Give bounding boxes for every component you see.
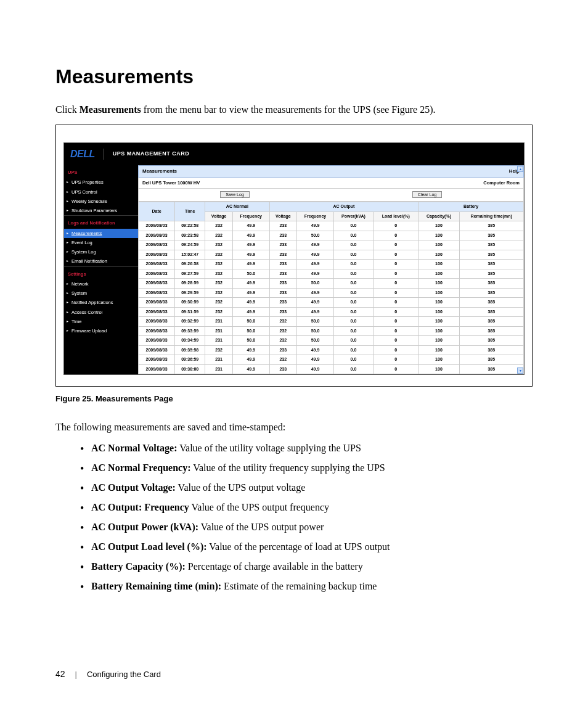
table-cell: 0.0 [333, 250, 373, 260]
figure-caption: Figure 25. Measurements Page [55, 393, 533, 405]
sidebar-item[interactable]: Measurements [64, 229, 138, 238]
list-item: Battery Remaining time (min): Estimate o… [80, 579, 533, 594]
table-cell: 2009/08/03 [139, 317, 175, 327]
table-cell: 233 [269, 269, 297, 279]
table-row: 2009/08/0309:26:5823249.923349.90.001003… [139, 260, 524, 269]
sidebar-item[interactable]: System [64, 289, 138, 298]
list-item: AC Output: Frequency Value of the UPS ou… [80, 500, 533, 515]
table-cell: 0.0 [333, 298, 373, 308]
table-cell: 100 [419, 269, 459, 279]
list-item: Battery Capacity (%): Percentage of char… [80, 559, 533, 574]
table-cell: 233 [269, 288, 297, 298]
sidebar-item[interactable]: Weekly Schedule [64, 197, 138, 206]
followup-paragraph: The following measurements are saved and… [55, 420, 533, 435]
table-cell: 0.0 [333, 240, 373, 250]
panel-title: Measurements [142, 168, 177, 175]
sidebar-item[interactable]: Shutdown Parameters [64, 206, 138, 215]
clear-log-button[interactable]: Clear Log [412, 191, 442, 198]
table-cell: 50.0 [297, 317, 334, 327]
sidebar-item[interactable]: Notified Applications [64, 298, 138, 307]
table-cell: 0.0 [333, 345, 373, 355]
table-cell: 49.9 [297, 345, 334, 355]
table-cell: 49.9 [232, 345, 269, 355]
table-cell: 2009/08/03 [139, 260, 175, 269]
table-row: 2009/08/0309:32:5923150.023250.00.001003… [139, 317, 524, 327]
table-cell: 49.9 [297, 288, 334, 298]
sidebar-item[interactable]: Event Log [64, 238, 138, 247]
table-cell: 49.9 [297, 307, 334, 317]
table-cell: 232 [205, 307, 233, 317]
bullet-desc: Value of the UPS output frequency [189, 502, 329, 512]
table-cell: 100 [419, 279, 459, 289]
table-cell: 2009/08/03 [139, 355, 175, 365]
app-shell: DELL UPS MANAGEMENT CARD UPSUPS Properti… [63, 142, 525, 375]
table-row: 2009/08/0309:29:5923249.923349.90.001003… [139, 288, 524, 298]
table-cell: 09:22:58 [175, 221, 205, 231]
table-cell: 231 [205, 336, 233, 346]
table-cell: 0.0 [333, 279, 373, 289]
table-cell: 09:36:59 [175, 355, 205, 365]
table-cell: 100 [419, 240, 459, 250]
sidebar-item[interactable]: System Log [64, 247, 138, 257]
table-cell: 50.0 [232, 326, 269, 336]
figure-screenshot: DELL UPS MANAGEMENT CARD UPSUPS Properti… [55, 125, 533, 387]
table-cell: 232 [205, 240, 233, 250]
table-cell: 100 [419, 364, 459, 374]
table-cell: 385 [459, 355, 523, 365]
col-date: Date [139, 202, 175, 221]
table-cell: 09:27:59 [175, 269, 205, 279]
table-cell: 385 [459, 307, 523, 317]
save-log-button[interactable]: Save Log [220, 191, 250, 198]
sidebar-item[interactable]: Firmware Upload [64, 326, 138, 335]
table-cell: 0 [374, 231, 419, 240]
table-cell: 385 [459, 298, 523, 308]
table-row: 2009/08/0309:27:5923250.023349.90.001003… [139, 269, 524, 279]
table-cell: 09:26:58 [175, 260, 205, 269]
table-cell: 233 [269, 298, 297, 308]
table-cell: 232 [205, 260, 233, 269]
table-cell: 2009/08/03 [139, 298, 175, 308]
bullet-desc: Value of the utility voltage supplying t… [178, 443, 361, 453]
bullet-term: AC Output Power (kVA): [91, 522, 198, 532]
table-cell: 385 [459, 221, 523, 231]
sidebar-item[interactable]: UPS Control [64, 187, 138, 197]
table-cell: 49.9 [232, 288, 269, 298]
table-cell: 385 [459, 336, 523, 346]
table-cell: 232 [269, 326, 297, 336]
intro-bold: Measurements [80, 104, 141, 115]
table-cell: 49.9 [232, 279, 269, 289]
panel-title-row: Measurements Help [138, 165, 524, 178]
table-cell: 2009/08/03 [139, 345, 175, 355]
sidebar-item[interactable]: Time [64, 317, 138, 326]
table-cell: 49.9 [232, 231, 269, 240]
scroll-down-icon[interactable]: ▾ [517, 367, 523, 374]
table-cell: 232 [269, 355, 297, 365]
table-cell: 231 [205, 317, 233, 327]
table-cell: 100 [419, 345, 459, 355]
sidebar-item[interactable]: Email Notification [64, 257, 138, 266]
table-cell: 100 [419, 336, 459, 346]
table-cell: 49.9 [232, 221, 269, 231]
table-row: 2009/08/0309:30:5923249.923349.90.001003… [139, 298, 524, 308]
table-cell: 50.0 [297, 279, 334, 289]
table-cell: 233 [269, 307, 297, 317]
table-row: 2009/08/0315:02:4723249.923349.90.001003… [139, 250, 524, 260]
table-cell: 0 [374, 250, 419, 260]
bullet-term: AC Output Load level (%): [91, 541, 207, 552]
table-cell: 0 [374, 221, 419, 231]
bullet-term: AC Normal Frequency: [91, 462, 190, 473]
table-cell: 49.9 [232, 355, 269, 365]
table-cell: 100 [419, 307, 459, 317]
table-cell: 100 [419, 250, 459, 260]
table-row: 2009/08/0309:28:5923249.923350.00.001003… [139, 279, 524, 289]
table-cell: 49.9 [297, 355, 334, 365]
table-cell: 385 [459, 250, 523, 260]
table-cell: 0 [374, 345, 419, 355]
table-cell: 233 [269, 250, 297, 260]
scroll-up-icon[interactable]: ▴ [517, 166, 523, 172]
bullet-desc: Value of the utility frequency supplying… [190, 462, 385, 473]
list-item: AC Normal Voltage: Value of the utility … [80, 441, 533, 456]
sidebar-item[interactable]: Network [64, 279, 138, 289]
sidebar-item[interactable]: UPS Properties [64, 178, 138, 187]
sidebar-item[interactable]: Access Control [64, 308, 138, 317]
